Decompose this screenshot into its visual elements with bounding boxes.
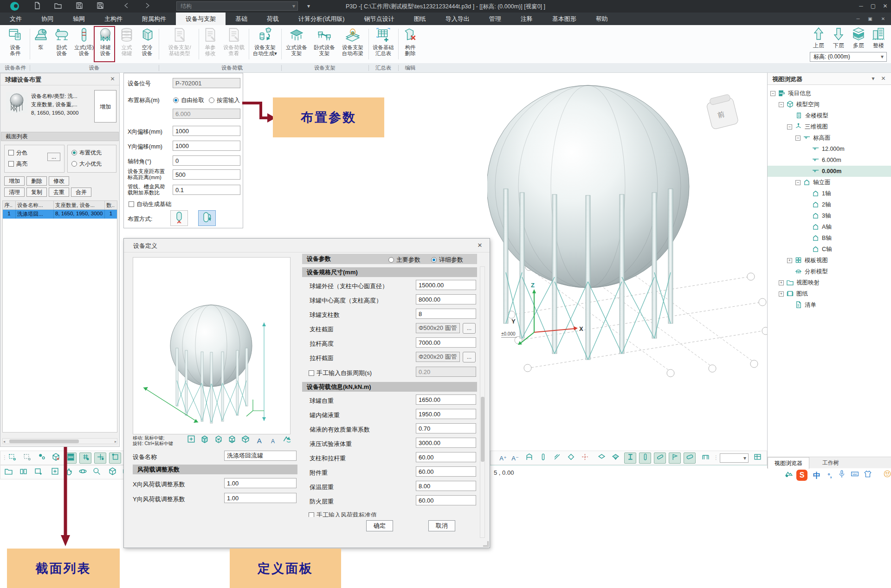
- col-header-spec[interactable]: 支座数量, 设备...: [54, 201, 105, 209]
- menu-item-steel-joint[interactable]: 钢节点设计: [355, 13, 404, 25]
- pipe-wind-factor-input[interactable]: [173, 185, 240, 195]
- copy-button[interactable]: 复制: [26, 187, 47, 197]
- vertical-equipment-support-button[interactable]: 立式设备支架: [283, 27, 310, 61]
- menu-item-grid[interactable]: 轴网: [63, 13, 95, 25]
- support-distance-input[interactable]: [173, 169, 240, 180]
- tree-item-axis-3[interactable]: 3轴: [768, 210, 891, 221]
- vertical-tank-button[interactable]: 立式储罐: [117, 27, 136, 61]
- layout-priority-radio[interactable]: [71, 150, 77, 155]
- hidden-line-view-icon[interactable]: [213, 434, 225, 446]
- tag-input[interactable]: [173, 78, 240, 88]
- single-param-edit-button[interactable]: 单参修改: [200, 27, 220, 61]
- insulation-weight-input[interactable]: [416, 481, 476, 491]
- delete-section-button[interactable]: 删除: [26, 176, 47, 186]
- clean-button[interactable]: 清理: [4, 187, 25, 197]
- menu-item-file[interactable]: 文件: [0, 13, 32, 25]
- grid-snap-toggle-icon[interactable]: [79, 452, 91, 464]
- tree-item-template-views[interactable]: +模板视图: [768, 255, 891, 266]
- mic-icon[interactable]: [836, 470, 847, 482]
- scroll-left-arrow-icon[interactable]: ◂: [3, 439, 5, 444]
- menu-item-annotate[interactable]: 注释: [511, 13, 542, 25]
- air-cooler-button[interactable]: 空冷设备: [137, 27, 157, 61]
- tree-item-list[interactable]: 清单: [768, 299, 891, 310]
- expand-icon[interactable]: +: [779, 291, 784, 297]
- manual-wind-checkbox[interactable]: [309, 512, 314, 517]
- elevation-input[interactable]: [173, 109, 240, 119]
- resize-grip[interactable]: [483, 541, 489, 547]
- column-mark-icon[interactable]: [537, 452, 549, 464]
- new-window-icon[interactable]: [32, 467, 44, 478]
- child-close-button[interactable]: ✕: [878, 15, 888, 23]
- card-add-button[interactable]: 增加: [94, 90, 116, 123]
- detail-params-radio[interactable]: [431, 257, 437, 263]
- tree-item-level-12[interactable]: 12.000m: [768, 143, 891, 155]
- tie-rod-section-more-button[interactable]: ...: [463, 352, 476, 362]
- tree-item-level-planes[interactable]: −标高面: [768, 132, 891, 143]
- x-offset-input[interactable]: [173, 126, 240, 136]
- tie-rod-height-input[interactable]: [416, 337, 476, 348]
- main-params-radio[interactable]: [388, 257, 394, 263]
- text-decrease-icon[interactable]: A⁻: [509, 452, 521, 464]
- slab-shaded-icon[interactable]: [609, 452, 621, 464]
- tank-weight-input[interactable]: [416, 394, 476, 405]
- pipe-display-toggle[interactable]: [684, 452, 696, 464]
- skin-icon[interactable]: [862, 470, 873, 482]
- horizontal-vessel-button[interactable]: 卧式设备: [51, 27, 72, 61]
- toolbar-grip[interactable]: ⋮: [713, 454, 719, 461]
- tree-item-axis-C[interactable]: C轴: [768, 244, 891, 255]
- merge-button[interactable]: 合并: [71, 187, 91, 197]
- tree-item-model-space[interactable]: −模型空间: [768, 99, 891, 110]
- scroll-right-arrow-icon[interactable]: ▸: [115, 439, 116, 444]
- tree-item-3d-views[interactable]: −三维视图: [768, 121, 891, 132]
- new-view-icon[interactable]: [2, 467, 14, 478]
- tree-item-whole-building-model[interactable]: 全楼模型: [768, 110, 891, 121]
- select-filter-icon[interactable]: [6, 452, 18, 464]
- multi-level-button[interactable]: 多层: [849, 27, 868, 50]
- text-large-icon[interactable]: A: [253, 435, 265, 446]
- size-priority-radio[interactable]: [71, 161, 77, 167]
- sogou-logo-icon[interactable]: S: [796, 470, 807, 482]
- 3d-viewport[interactable]: Z X Y ±0.000 前: [487, 73, 767, 469]
- tree-item-level-6[interactable]: 6.000m: [768, 155, 891, 166]
- collapse-icon[interactable]: −: [795, 136, 801, 141]
- device-name-input[interactable]: [224, 451, 297, 461]
- beam-mark-icon[interactable]: [551, 452, 563, 464]
- dialog-scrollbar-thumb[interactable]: [481, 397, 484, 462]
- tie-rod-section-input[interactable]: [416, 352, 460, 362]
- tree-item-axis-1[interactable]: 1轴: [768, 188, 891, 199]
- dialog-scrollbar[interactable]: [480, 266, 485, 538]
- view-cube[interactable]: 前: [705, 93, 739, 129]
- pump-button[interactable]: 泵: [32, 27, 50, 61]
- menu-item-attachments[interactable]: 附属构件: [132, 13, 176, 25]
- y-offset-input[interactable]: [173, 141, 240, 151]
- zoom-fit-icon[interactable]: [185, 434, 197, 446]
- frame-display-icon[interactable]: [699, 452, 711, 464]
- menu-item-equipment-supports[interactable]: 设备与支架: [176, 13, 226, 25]
- tree-item-analysis-model[interactable]: 分析模型: [768, 266, 891, 277]
- child-restore-button[interactable]: ▣: [865, 15, 875, 23]
- tower-vessel-button[interactable]: 立式(塔)设备: [72, 27, 96, 61]
- horizontal-scrollbar[interactable]: ◂ ▸: [2, 438, 117, 444]
- delete-component-button[interactable]: 构件删除: [400, 27, 420, 61]
- dedup-button[interactable]: 去重: [49, 187, 69, 197]
- chinese-mode-icon[interactable]: 中: [811, 470, 822, 482]
- whole-building-button[interactable]: 整楼: [869, 27, 888, 50]
- collapse-icon[interactable]: −: [779, 102, 784, 107]
- hydrotest-weight-input[interactable]: [416, 438, 476, 448]
- table-row[interactable]: 1 洗涤塔回... 8, 1650, 1950, 3000 1: [3, 210, 117, 219]
- collapse-icon[interactable]: −: [787, 124, 792, 129]
- slab-display-icon[interactable]: [595, 452, 607, 464]
- maximize-button[interactable]: ▢: [867, 0, 879, 13]
- manual-period-input[interactable]: [416, 367, 476, 377]
- outer-diameter-input[interactable]: [416, 280, 476, 290]
- close-icon[interactable]: ✕: [109, 75, 116, 83]
- leg-section-more-button[interactable]: ...: [463, 323, 476, 334]
- ok-button[interactable]: 确定: [366, 520, 393, 531]
- tree-item-axis-elevations[interactable]: −轴立面: [768, 177, 891, 188]
- modify-section-button[interactable]: 修改: [49, 176, 69, 186]
- box-select-toggle-icon[interactable]: [109, 452, 121, 464]
- menu-item-main-members[interactable]: 主构件: [95, 13, 132, 25]
- axis-cross-icon[interactable]: [579, 452, 591, 464]
- menu-item-loads[interactable]: 荷载: [257, 13, 289, 25]
- column-display-toggle[interactable]: [639, 452, 651, 464]
